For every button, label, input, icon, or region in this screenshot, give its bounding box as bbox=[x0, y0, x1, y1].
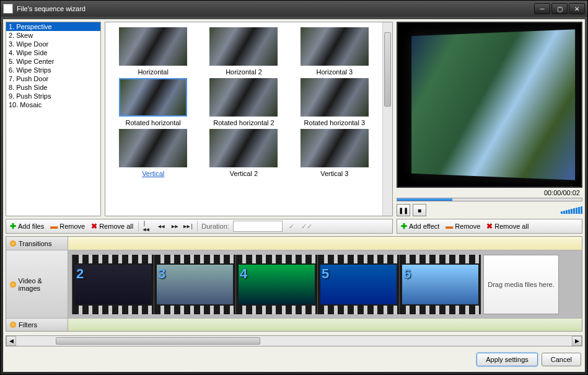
category-item[interactable]: 10. Mosaic bbox=[6, 100, 100, 109]
transition-thumb[interactable]: Rotated horizontal bbox=[110, 78, 196, 126]
category-item[interactable]: 9. Push Strips bbox=[6, 92, 100, 100]
clip[interactable]: 3 bbox=[154, 255, 235, 314]
category-item[interactable]: 3. Wipe Door bbox=[6, 40, 100, 48]
volume-indicator[interactable] bbox=[561, 206, 582, 214]
clip[interactable]: 5 bbox=[317, 255, 399, 314]
transitions-track-label: Transitions bbox=[6, 237, 68, 250]
remove-all-effects-button[interactable]: ✖Remove all bbox=[485, 221, 530, 231]
scroll-left-button[interactable]: ◀ bbox=[6, 336, 16, 346]
preview-time: 00:00/00:02 bbox=[397, 188, 582, 198]
next-button[interactable]: ▶▶ bbox=[170, 221, 180, 231]
transition-thumb[interactable]: Vertical 2 bbox=[201, 129, 286, 177]
titlebar: File's sequence wizard ─ ▢ ✕ bbox=[1, 1, 587, 17]
files-toolbar: ✚Add files ▬Remove ✖Remove all |◀◀ ◀◀ ▶▶… bbox=[6, 219, 393, 234]
dropzone[interactable]: Drag media files here. bbox=[483, 255, 559, 314]
video-track-label: Video & images bbox=[6, 250, 68, 318]
track-icon bbox=[10, 322, 16, 328]
clip[interactable]: 6 bbox=[399, 255, 481, 314]
duration-label: Duration: bbox=[201, 223, 229, 230]
transition-thumb[interactable]: Horizontal bbox=[110, 27, 196, 76]
x-icon: ✖ bbox=[91, 222, 97, 231]
category-item[interactable]: 6. Wipe Strips bbox=[6, 66, 100, 74]
scrollbar-handle[interactable] bbox=[384, 32, 391, 107]
window: File's sequence wizard ─ ▢ ✕ 1. Perspect… bbox=[0, 0, 588, 375]
transition-thumb[interactable]: Horizontal 2 bbox=[201, 27, 286, 76]
window-title: File's sequence wizard bbox=[17, 5, 534, 12]
filters-track[interactable] bbox=[68, 319, 582, 331]
transition-thumb[interactable]: Vertical 3 bbox=[292, 129, 377, 177]
category-item[interactable]: 8. Push Side bbox=[6, 83, 100, 92]
video-track[interactable]: 2 3 4 5 6 Drag media files here. bbox=[68, 250, 582, 318]
transition-thumb[interactable]: Rotated horizontal 2 bbox=[201, 78, 286, 126]
cancel-button[interactable]: Cancel bbox=[542, 353, 581, 366]
category-item[interactable]: 4. Wipe Side bbox=[6, 48, 100, 57]
maximize-button[interactable]: ▢ bbox=[551, 3, 568, 14]
category-list[interactable]: 1. Perspective 2. Skew 3. Wipe Door 4. W… bbox=[6, 22, 101, 216]
scrollbar-handle[interactable] bbox=[56, 337, 260, 345]
preview-pane: 00:00/00:02 ❚❚ ■ bbox=[397, 22, 582, 216]
apply-settings-button[interactable]: Apply settings bbox=[476, 353, 537, 366]
add-effect-button[interactable]: ✚Add effect bbox=[400, 221, 441, 231]
duration-input[interactable] bbox=[233, 221, 283, 232]
gallery-scrollbar[interactable] bbox=[382, 22, 392, 216]
remove-all-button[interactable]: ✖Remove all bbox=[90, 221, 134, 231]
clip[interactable]: 2 bbox=[72, 255, 154, 314]
minimize-button[interactable]: ─ bbox=[534, 3, 550, 14]
minus-icon: ▬ bbox=[50, 222, 58, 231]
transition-thumb[interactable]: Horizontal 3 bbox=[292, 27, 377, 76]
category-item[interactable]: 1. Perspective bbox=[6, 22, 100, 31]
x-icon: ✖ bbox=[486, 222, 493, 231]
transition-thumb[interactable]: Rotated horizontal 3 bbox=[292, 78, 377, 126]
first-button[interactable]: |◀◀ bbox=[143, 221, 152, 231]
category-item[interactable]: 2. Skew bbox=[6, 31, 100, 40]
transition-thumb[interactable]: Vertical bbox=[110, 129, 196, 177]
apply-all-duration-icon[interactable]: ✓✓ bbox=[301, 221, 312, 232]
plus-icon: ✚ bbox=[401, 222, 407, 231]
timeline: Transitions Video & images 2 3 4 5 6 Dra… bbox=[6, 236, 582, 332]
clip[interactable]: 4 bbox=[235, 255, 317, 314]
minus-icon: ▬ bbox=[445, 222, 453, 231]
close-button[interactable]: ✕ bbox=[569, 3, 585, 14]
category-item[interactable]: 5. Wipe Center bbox=[6, 57, 100, 66]
scroll-right-button[interactable]: ▶ bbox=[572, 336, 582, 346]
remove-button[interactable]: ▬Remove bbox=[49, 221, 86, 231]
add-files-button[interactable]: ✚Add files bbox=[9, 221, 45, 231]
plus-icon: ✚ bbox=[10, 222, 16, 231]
remove-effect-button[interactable]: ▬Remove bbox=[444, 221, 481, 231]
apply-duration-icon[interactable]: ✓ bbox=[286, 221, 297, 232]
effects-toolbar: ✚Add effect ▬Remove ✖Remove all bbox=[397, 219, 582, 234]
app-icon bbox=[3, 4, 13, 14]
track-icon bbox=[10, 240, 16, 247]
track-icon bbox=[10, 281, 16, 288]
preview-screen bbox=[397, 22, 582, 188]
preview-image bbox=[411, 29, 575, 180]
timeline-scrollbar[interactable]: ◀ ▶ bbox=[6, 335, 582, 346]
category-item[interactable]: 7. Push Door bbox=[6, 74, 100, 83]
preview-progress[interactable] bbox=[397, 198, 582, 201]
filters-track-label: Filters bbox=[6, 319, 68, 331]
transition-gallery: Horizontal Horizontal 2 Horizontal 3 Rot… bbox=[105, 22, 393, 216]
last-button[interactable]: ▶▶| bbox=[183, 221, 193, 231]
prev-button[interactable]: ◀◀ bbox=[156, 221, 166, 231]
transitions-track[interactable] bbox=[68, 237, 582, 250]
pause-button[interactable]: ❚❚ bbox=[397, 204, 410, 216]
stop-button[interactable]: ■ bbox=[413, 204, 426, 216]
content: 1. Perspective 2. Skew 3. Wipe Door 4. W… bbox=[3, 19, 585, 372]
